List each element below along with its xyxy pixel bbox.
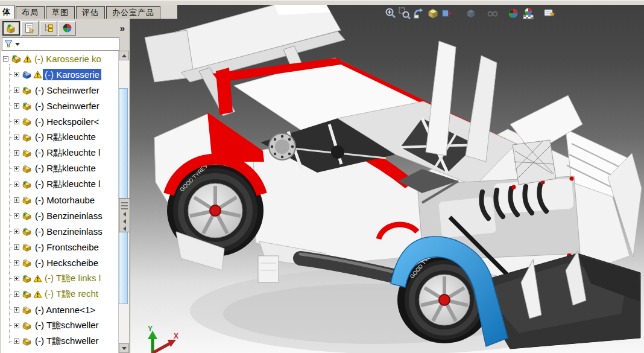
tree-item[interactable]: (-) Motorhaube bbox=[1, 192, 118, 208]
previous-view-icon[interactable] bbox=[411, 7, 425, 19]
tree-item-label[interactable]: (-) Benzineinlass bbox=[33, 226, 104, 237]
tree-item-label[interactable]: (-) Motorhaube bbox=[33, 194, 96, 206]
edit-appearance-icon[interactable] bbox=[506, 7, 520, 19]
expand-box[interactable] bbox=[14, 213, 19, 218]
tree-item-label[interactable]: (-) Karosserie ko bbox=[33, 53, 103, 65]
tree-item[interactable]: (-) T黵schweller bbox=[1, 333, 118, 349]
tree-item-label[interactable]: (-) Benzineinlass bbox=[33, 210, 104, 221]
expand-box[interactable] bbox=[14, 103, 19, 109]
tree-item[interactable]: (-) Benzineinlass bbox=[1, 223, 118, 239]
tree-item-label[interactable]: (-) R點kleuchte bbox=[33, 162, 98, 175]
tree-item[interactable]: (-) Benzineinlass bbox=[1, 208, 118, 223]
expand-box[interactable] bbox=[14, 119, 19, 124]
tree-item-label[interactable]: (-) Heckspoiler< bbox=[33, 116, 101, 127]
tree-item[interactable]: (-) Karosserie bbox=[1, 66, 118, 82]
panel-overflow-chevron[interactable]: » bbox=[120, 23, 127, 33]
tree-item[interactable]: (-) R點kleuchte l bbox=[1, 145, 118, 161]
zoom-to-fit-icon[interactable] bbox=[384, 7, 397, 19]
expand-box[interactable] bbox=[14, 229, 19, 234]
scroll-down-button[interactable] bbox=[119, 343, 129, 353]
section-view-icon[interactable] bbox=[440, 7, 453, 19]
expand-box[interactable] bbox=[14, 244, 19, 250]
part-icon bbox=[22, 211, 32, 220]
configurationmanager-tab[interactable] bbox=[40, 21, 57, 36]
tree-item[interactable]: (-) R點kleuchte bbox=[1, 161, 118, 176]
expand-box[interactable] bbox=[14, 72, 19, 77]
part-icon bbox=[22, 196, 32, 205]
expand-box[interactable] bbox=[14, 260, 19, 266]
tree-item[interactable]: (-) Heckspoiler< bbox=[1, 113, 118, 129]
car-3d-model[interactable]: GOOD TYRES bbox=[130, 5, 644, 353]
part-icon bbox=[22, 227, 32, 236]
graphics-viewport[interactable]: GOOD TYRES bbox=[130, 5, 644, 353]
view-settings-icon[interactable] bbox=[542, 7, 556, 19]
triad-y-label: Y bbox=[148, 325, 153, 333]
tree-item-label[interactable]: (-) R點kleuchte l bbox=[33, 178, 102, 191]
panel-header: » bbox=[0, 19, 130, 36]
expand-box[interactable] bbox=[14, 323, 19, 328]
tree-item-label[interactable]: (-) Scheinwerfer bbox=[33, 100, 101, 112]
scrollbar-thumb[interactable] bbox=[119, 88, 128, 304]
tree-item[interactable]: (-) Scheinwerfer bbox=[1, 82, 118, 98]
filter-field[interactable] bbox=[2, 37, 119, 51]
tree-item-label[interactable]: (-) R點kleuchte l bbox=[33, 147, 102, 159]
tree-item-label[interactable]: (-) Scheinwerfer bbox=[33, 84, 101, 96]
fuel-cap[interactable] bbox=[269, 133, 295, 160]
tree-item-label[interactable]: (-) Karosserie bbox=[43, 69, 101, 80]
expand-box[interactable] bbox=[14, 150, 19, 156]
radiator-mesh bbox=[513, 140, 556, 185]
filter-dropdown-caret[interactable] bbox=[15, 43, 20, 46]
tree-item-label[interactable]: (-) T黵schweller bbox=[33, 319, 101, 332]
part-icon bbox=[22, 133, 32, 142]
tree-item[interactable]: (-) R點kleuchte l bbox=[1, 176, 118, 192]
tree-item-label[interactable]: (-) T黵e links l bbox=[43, 272, 103, 285]
hide-show-items-icon[interactable] bbox=[485, 7, 499, 19]
tree-item[interactable]: (-) Scheinwerfer bbox=[1, 98, 118, 113]
propertymanager-tab[interactable] bbox=[21, 21, 39, 36]
expand-box[interactable] bbox=[14, 291, 19, 297]
scroll-up-button[interactable] bbox=[119, 51, 129, 60]
expand-box[interactable] bbox=[14, 135, 19, 140]
tab-草图[interactable]: 草图 bbox=[46, 6, 75, 19]
expand-box[interactable] bbox=[14, 197, 19, 203]
tree-item-label[interactable]: (-) R點kleuchte bbox=[33, 131, 98, 144]
tab-办公室产品[interactable]: 办公室产品 bbox=[106, 6, 160, 19]
warning-icon bbox=[33, 275, 42, 282]
displaymanager-tab[interactable] bbox=[58, 21, 76, 36]
expand-box[interactable] bbox=[14, 339, 19, 344]
display-style-icon[interactable] bbox=[464, 7, 478, 19]
expand-box[interactable] bbox=[14, 87, 19, 93]
expand-box[interactable] bbox=[14, 276, 19, 281]
tree-item[interactable]: (-) Frontscheibe bbox=[1, 239, 118, 255]
collapse-box[interactable] bbox=[3, 56, 8, 62]
feature-tree: (-) Karosserie ko (-) Karosserie (-) Sch… bbox=[1, 51, 118, 353]
apply-scene-icon[interactable] bbox=[521, 7, 535, 19]
tree-item[interactable]: (-) Antenne<1> bbox=[1, 302, 118, 317]
expand-box[interactable] bbox=[14, 182, 19, 187]
tree-item-label[interactable]: (-) Heckscheibe bbox=[33, 257, 100, 269]
tab-布局[interactable]: 布局 bbox=[16, 6, 45, 19]
tree-item[interactable]: (-) T黵e recht bbox=[1, 286, 118, 302]
tree-item-label[interactable]: (-) T黵schweller bbox=[33, 335, 101, 348]
featuremanager-tree-tab[interactable] bbox=[2, 21, 20, 36]
panel-splitter-handle[interactable] bbox=[119, 198, 130, 232]
part-icon bbox=[22, 243, 32, 252]
tab-体[interactable]: 体 bbox=[0, 5, 14, 19]
tab-评估[interactable]: 评估 bbox=[76, 6, 105, 19]
warning-icon bbox=[33, 71, 42, 78]
tree-item-label[interactable]: (-) T黵e recht bbox=[43, 288, 100, 301]
tree-item[interactable]: (-) Heckscheibe bbox=[1, 255, 118, 270]
expand-box[interactable] bbox=[14, 166, 19, 171]
expand-box[interactable] bbox=[14, 307, 19, 313]
filter-funnel-icon bbox=[4, 40, 13, 48]
tree-item[interactable]: (-) R點kleuchte bbox=[1, 129, 118, 145]
tree-item[interactable]: (-) Karosserie ko bbox=[1, 51, 118, 66]
tree-item[interactable]: (-) T黵e links l bbox=[1, 270, 118, 286]
zoom-to-area-icon[interactable] bbox=[397, 7, 411, 19]
tree-item[interactable]: (-) T黵schweller bbox=[1, 317, 118, 333]
view-orientation-icon[interactable] bbox=[426, 7, 440, 19]
tree-item-label[interactable]: (-) Antenne<1> bbox=[33, 304, 97, 316]
featuremanager-panel: » (-) Karosserie ko (-) Karosserie (-) S… bbox=[0, 19, 130, 353]
tree-item-label[interactable]: (-) Frontscheibe bbox=[33, 241, 101, 253]
tree-item[interactable] bbox=[1, 349, 118, 353]
